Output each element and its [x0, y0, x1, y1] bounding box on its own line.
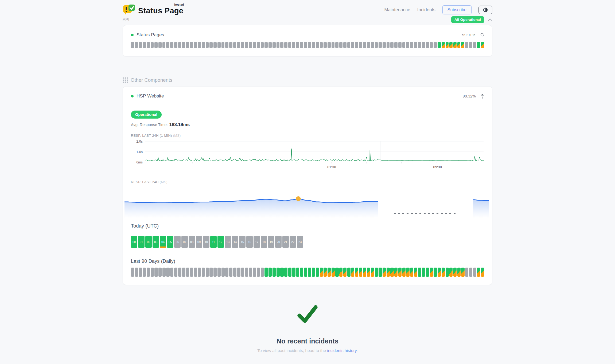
uptime-block[interactable] — [198, 42, 201, 48]
uptime-block[interactable] — [253, 42, 256, 48]
hour-block-09[interactable]: 09 — [196, 236, 202, 248]
hour-block-23[interactable]: 23 — [297, 236, 303, 248]
daily-uptime-block[interactable] — [481, 268, 484, 277]
daily-uptime-block[interactable] — [339, 268, 342, 277]
daily-uptime-block[interactable] — [355, 268, 358, 277]
uptime-block[interactable] — [308, 42, 311, 48]
hour-block-21[interactable]: 21 — [282, 236, 289, 248]
uptime-block[interactable] — [320, 42, 323, 48]
uptime-block[interactable] — [469, 42, 472, 48]
daily-uptime-block[interactable] — [257, 268, 260, 277]
uptime-block[interactable] — [151, 42, 154, 48]
uptime-block[interactable] — [241, 42, 244, 48]
hour-block-20[interactable]: 20 — [275, 236, 282, 248]
daily-uptime-block[interactable] — [320, 268, 323, 277]
hour-block-10[interactable]: 10 — [203, 236, 209, 248]
uptime-block[interactable] — [351, 42, 354, 48]
daily-uptime-block[interactable] — [139, 268, 142, 277]
uptime-block[interactable] — [402, 42, 406, 48]
daily-uptime-block[interactable] — [131, 268, 134, 277]
daily-uptime-block[interactable] — [473, 268, 476, 277]
uptime-block[interactable] — [143, 42, 146, 48]
daily-uptime-block[interactable] — [162, 268, 166, 277]
daily-uptime-block[interactable] — [446, 268, 449, 277]
daily-uptime-block[interactable] — [284, 268, 287, 277]
daily-uptime-block[interactable] — [233, 268, 236, 277]
uptime-block[interactable] — [379, 42, 382, 48]
uptime-block[interactable] — [221, 42, 225, 48]
uptime-block[interactable] — [446, 42, 449, 48]
hour-block-02[interactable]: 02 — [145, 236, 152, 248]
uptime-block[interactable] — [190, 42, 193, 48]
hour-block-22[interactable]: 22 — [290, 236, 296, 248]
daily-uptime-block[interactable] — [316, 268, 319, 277]
uptime-block[interactable] — [249, 42, 252, 48]
daily-uptime-block[interactable] — [367, 268, 370, 277]
daily-uptime-block[interactable] — [402, 268, 406, 277]
uptime-block[interactable] — [139, 42, 142, 48]
uptime-block[interactable] — [131, 42, 134, 48]
daily-uptime-block[interactable] — [264, 268, 268, 277]
daily-uptime-block[interactable] — [461, 268, 464, 277]
daily-uptime-block[interactable] — [158, 268, 162, 277]
uptime-block[interactable] — [422, 42, 425, 48]
daily-uptime-block[interactable] — [308, 268, 311, 277]
daily-uptime-block[interactable] — [217, 268, 221, 277]
uptime-block[interactable] — [174, 42, 177, 48]
hour-block-00[interactable]: 00 — [131, 236, 137, 248]
daily-uptime-block[interactable] — [292, 268, 295, 277]
uptime-block[interactable] — [394, 42, 398, 48]
daily-uptime-block[interactable] — [143, 268, 146, 277]
daily-uptime-block[interactable] — [453, 268, 457, 277]
hour-block-07[interactable]: 07 — [181, 236, 188, 248]
daily-uptime-block[interactable] — [422, 268, 425, 277]
hour-block-06[interactable]: 06 — [174, 236, 181, 248]
daily-uptime-block[interactable] — [335, 268, 338, 277]
uptime-block[interactable] — [473, 42, 476, 48]
hour-block-08[interactable]: 08 — [189, 236, 195, 248]
uptime-block[interactable] — [296, 42, 299, 48]
daily-uptime-block[interactable] — [166, 268, 169, 277]
daily-uptime-block[interactable] — [261, 268, 264, 277]
uptime-block[interactable] — [367, 42, 370, 48]
daily-uptime-block[interactable] — [229, 268, 232, 277]
daily-uptime-block[interactable] — [213, 268, 217, 277]
uptime-block[interactable] — [300, 42, 303, 48]
uptime-block[interactable] — [162, 42, 166, 48]
daily-uptime-block[interactable] — [154, 268, 158, 277]
hour-block-17[interactable]: 17 — [254, 236, 260, 248]
theme-toggle-button[interactable] — [478, 6, 492, 14]
uptime-block[interactable] — [166, 42, 169, 48]
nav-incidents[interactable]: Incidents — [417, 7, 435, 13]
uptime-block[interactable] — [461, 42, 464, 48]
daily-uptime-block[interactable] — [202, 268, 205, 277]
uptime-block[interactable] — [442, 42, 445, 48]
uptime-block[interactable] — [312, 42, 315, 48]
uptime-block[interactable] — [233, 42, 236, 48]
uptime-block[interactable] — [257, 42, 260, 48]
daily-uptime-block[interactable] — [280, 268, 283, 277]
daily-uptime-block[interactable] — [253, 268, 256, 277]
daily-uptime-block[interactable] — [343, 268, 347, 277]
daily-uptime-block[interactable] — [288, 268, 291, 277]
uptime-block[interactable] — [261, 42, 264, 48]
daily-uptime-block[interactable] — [324, 268, 327, 277]
uptime-block[interactable] — [268, 42, 272, 48]
uptime-block[interactable] — [359, 42, 362, 48]
logo[interactable]: hosted Status Page — [123, 3, 183, 16]
uptime-block[interactable] — [194, 42, 197, 48]
hour-block-13[interactable]: 13 — [225, 236, 231, 248]
daily-uptime-block[interactable] — [198, 268, 201, 277]
uptime-block[interactable] — [273, 42, 276, 48]
daily-uptime-block[interactable] — [414, 268, 417, 277]
subscribe-button[interactable]: Subscribe — [442, 5, 472, 14]
uptime-block[interactable] — [332, 42, 335, 48]
hour-block-16[interactable]: 16 — [246, 236, 253, 248]
hour-block-19[interactable]: 19 — [268, 236, 274, 248]
daily-uptime-block[interactable] — [194, 268, 197, 277]
uptime-block[interactable] — [457, 42, 461, 48]
daily-uptime-block[interactable] — [383, 268, 386, 277]
daily-uptime-block[interactable] — [457, 268, 461, 277]
daily-uptime-block[interactable] — [398, 268, 402, 277]
uptime-block[interactable] — [371, 42, 374, 48]
